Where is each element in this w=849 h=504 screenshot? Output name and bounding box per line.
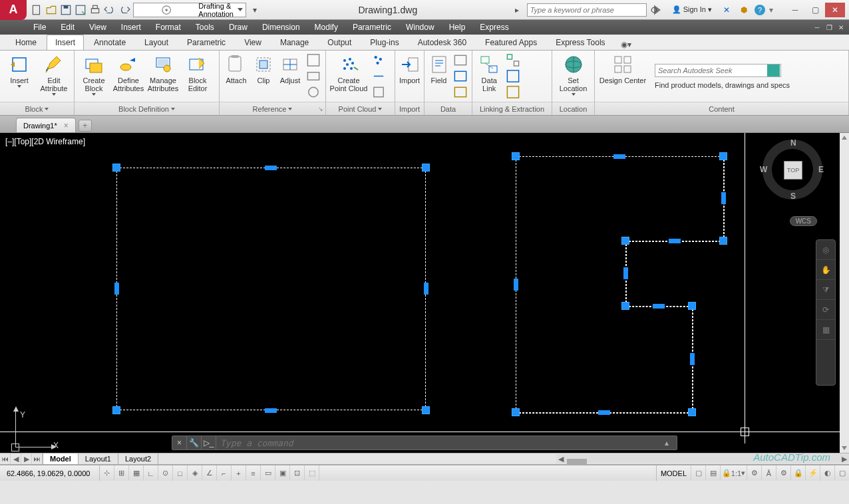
qat-redo-icon[interactable] <box>118 4 130 16</box>
command-line[interactable]: × 🔧 ▷_ ▴ <box>172 436 677 450</box>
viewcube-s[interactable]: S <box>790 191 796 201</box>
qat-open-icon[interactable] <box>45 4 57 16</box>
qat-save-icon[interactable] <box>60 4 72 16</box>
tab-home[interactable]: Home <box>7 35 45 50</box>
tab-a360[interactable]: Autodesk 360 <box>409 35 475 50</box>
nav-zoom-icon[interactable]: ⧩ <box>816 280 835 300</box>
grip-mid[interactable] <box>721 192 726 204</box>
grip-mid[interactable] <box>669 239 681 243</box>
grip-corner[interactable] <box>621 237 629 245</box>
sb-dyn-icon[interactable]: + <box>232 465 246 481</box>
create-pointcloud-button[interactable]: Create Point Cloud <box>329 53 369 100</box>
grip-corner[interactable] <box>112 164 120 172</box>
manage-attributes-button[interactable]: Manage Attributes <box>146 53 180 100</box>
doc-restore-button[interactable]: ❐ <box>824 23 834 32</box>
create-block-button[interactable]: Create Block <box>77 53 110 100</box>
sb-am-icon[interactable]: ⬚ <box>305 465 319 481</box>
close-icon[interactable]: × <box>64 121 69 130</box>
file-tab-drawing1[interactable]: Drawing1*× <box>16 118 76 132</box>
panel-title-reference[interactable]: Reference↘ <box>220 102 325 115</box>
layout-tab-layout2[interactable]: Layout2 <box>118 453 158 464</box>
data-small-3-icon[interactable] <box>452 84 469 100</box>
menu-help[interactable]: Help <box>449 23 466 32</box>
grip-corner[interactable] <box>512 408 520 416</box>
seek-search-box[interactable] <box>655 64 781 77</box>
sb-osnap-icon[interactable]: □ <box>173 465 188 481</box>
coordinates-display[interactable]: 62.4866, 19.0629, 0.0000 <box>0 465 100 481</box>
sb-grid-icon[interactable]: ▦ <box>129 465 144 481</box>
menu-edit[interactable]: Edit <box>61 23 75 32</box>
nav-showmotion-icon[interactable]: ▦ <box>816 320 835 340</box>
grip-corner[interactable] <box>719 237 727 245</box>
help-search-box[interactable] <box>527 3 647 17</box>
sb-polar-icon[interactable]: ⊙ <box>158 465 173 481</box>
launcher-icon[interactable]: ↘ <box>318 106 323 112</box>
nav-wheel-icon[interactable]: ◎ <box>816 240 835 260</box>
sb-annoauto-icon[interactable]: Å <box>761 465 776 481</box>
define-attributes-button[interactable]: Define Attributes <box>112 53 145 100</box>
tab-manage[interactable]: Manage <box>271 35 317 50</box>
ref-small-2-icon[interactable] <box>305 68 322 84</box>
data-small-1-icon[interactable] <box>452 53 469 68</box>
seek-input[interactable] <box>655 66 767 74</box>
grip-mid[interactable] <box>653 304 665 309</box>
grip-mid[interactable] <box>265 408 277 413</box>
menu-draw[interactable]: Draw <box>229 23 248 32</box>
search-submit-icon[interactable] <box>651 3 664 17</box>
workspace-dropdown[interactable]: Drafting & Annotation <box>133 3 246 17</box>
tab-plugins[interactable]: Plug-ins <box>361 35 407 50</box>
viewcube-top[interactable]: TOP <box>784 161 802 180</box>
doc-close-button[interactable]: ✕ <box>836 23 846 32</box>
app-logo[interactable]: A <box>0 0 27 20</box>
sb-clean-icon[interactable]: ▢ <box>834 465 849 481</box>
grip-corner[interactable] <box>112 406 120 414</box>
grip-mid[interactable] <box>114 283 119 295</box>
grip-corner[interactable] <box>719 152 727 160</box>
import-button[interactable]: Import <box>398 53 421 100</box>
sb-snap-icon[interactable]: ⊞ <box>114 465 129 481</box>
sb-infer-icon[interactable]: ⊹ <box>100 465 114 481</box>
menu-express[interactable]: Express <box>480 23 508 32</box>
menu-dimension[interactable]: Dimension <box>262 23 300 32</box>
grip-corner[interactable] <box>688 302 696 310</box>
wcs-button[interactable]: WCS <box>790 216 817 226</box>
ref-small-3-icon[interactable] <box>305 84 322 100</box>
stayconnected-icon[interactable]: ⬢ <box>737 3 751 17</box>
link-small-1-icon[interactable] <box>504 53 522 68</box>
field-button[interactable]: Field <box>427 53 450 100</box>
datalink-button[interactable]: Data Link <box>475 53 503 100</box>
menu-parametric[interactable]: Parametric <box>353 23 391 32</box>
sb-isolate-icon[interactable]: ◐ <box>820 465 834 481</box>
cmd-history-icon[interactable]: ▴ <box>665 438 677 447</box>
seek-go-icon[interactable] <box>767 64 780 76</box>
qat-dropdown-icon[interactable]: ▾ <box>249 4 261 16</box>
signin-button[interactable]: 👤 Sign In ▾ <box>668 5 716 14</box>
sb-annomon-icon[interactable]: ⚙ <box>747 465 761 481</box>
vertical-scrollbar[interactable] <box>840 133 849 453</box>
viewcube-e[interactable]: E <box>818 165 824 174</box>
layout-last-icon[interactable]: ⏭ <box>32 453 43 464</box>
sb-tpy-icon[interactable]: ▭ <box>261 465 275 481</box>
viewcube-n[interactable]: N <box>790 138 796 148</box>
drawing-area[interactable]: [–][Top][2D Wireframe] <box>0 133 849 453</box>
tab-insert[interactable]: Insert <box>47 35 84 50</box>
tab-layout[interactable]: Layout <box>136 35 177 50</box>
command-input[interactable] <box>216 438 665 448</box>
sb-sc-icon[interactable]: ⊡ <box>290 465 305 481</box>
grip-mid[interactable] <box>613 154 625 159</box>
nav-orbit-icon[interactable]: ⟳ <box>816 300 835 320</box>
menu-file[interactable]: File <box>33 23 46 32</box>
nav-pan-icon[interactable]: ✋ <box>816 260 835 280</box>
ribbon-cycle-icon[interactable]: ◉▾ <box>619 39 633 50</box>
panel-title-blockdef[interactable]: Block Definition <box>75 102 219 115</box>
sb-layout-icon[interactable]: ▢ <box>691 465 705 481</box>
qat-new-icon[interactable] <box>31 4 43 16</box>
menu-window[interactable]: Window <box>406 23 434 32</box>
set-location-button[interactable]: Set Location <box>555 53 592 100</box>
cmd-customize-icon[interactable]: 🔧 <box>187 436 202 449</box>
tab-parametric[interactable]: Parametric <box>178 35 234 50</box>
menu-view[interactable]: View <box>89 23 106 32</box>
doc-minimize-button[interactable]: ─ <box>812 23 822 32</box>
qat-print-icon[interactable] <box>89 4 101 16</box>
ref-small-1-icon[interactable] <box>305 53 322 68</box>
